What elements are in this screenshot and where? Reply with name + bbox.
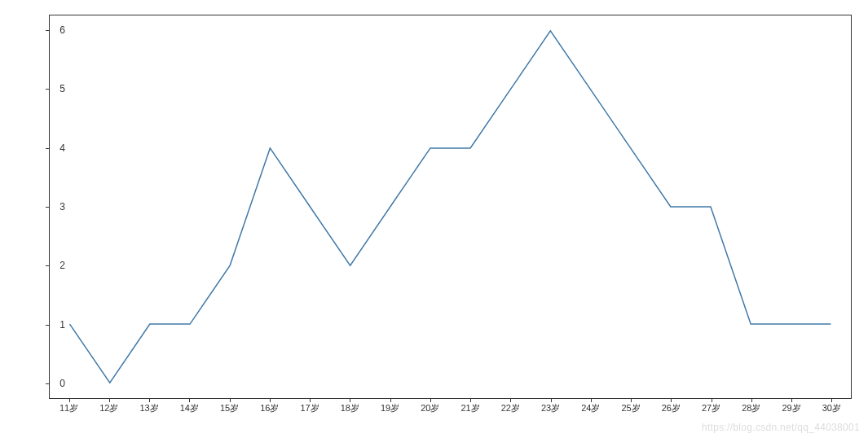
- y-tick-label: 1: [59, 319, 65, 331]
- x-tick-label: 23岁: [541, 402, 560, 414]
- x-tick-mark: [270, 399, 271, 402]
- y-tick-mark: [46, 325, 49, 326]
- x-tick-label: 27岁: [702, 402, 720, 414]
- x-tick-mark: [189, 399, 190, 402]
- x-tick-label: 13岁: [140, 402, 159, 414]
- x-tick-mark: [390, 399, 391, 402]
- x-tick-label: 19岁: [381, 402, 399, 414]
- x-tick-mark: [109, 399, 110, 402]
- x-tick-mark: [712, 399, 712, 402]
- x-tick-label: 22岁: [501, 402, 520, 414]
- x-tick-label: 20岁: [421, 402, 439, 414]
- x-tick-label: 15岁: [220, 402, 239, 414]
- x-tick-mark: [751, 399, 752, 402]
- x-tick-label: 25岁: [622, 402, 641, 414]
- y-tick-label: 5: [59, 83, 65, 94]
- y-tick-label: 0: [59, 378, 65, 389]
- x-tick-label: 21岁: [461, 402, 480, 414]
- x-tick-mark: [671, 399, 672, 402]
- x-tick-mark: [230, 399, 231, 402]
- x-tick-label: 16岁: [260, 402, 279, 414]
- x-tick-mark: [430, 399, 431, 402]
- x-tick-mark: [591, 399, 592, 402]
- y-tick-mark: [46, 30, 49, 31]
- x-tick-mark: [69, 399, 70, 402]
- y-tick-label: 4: [59, 142, 65, 154]
- x-tick-mark: [470, 399, 471, 402]
- plot-area: [49, 15, 852, 399]
- watermark-text: https://blog.csdn.net/qq_44038001: [702, 422, 860, 433]
- x-tick-label: 29岁: [782, 402, 801, 414]
- x-tick-mark: [791, 399, 792, 402]
- x-tick-label: 17岁: [301, 402, 319, 414]
- x-tick-label: 26岁: [662, 402, 681, 414]
- y-tick-label: 2: [59, 260, 65, 271]
- y-tick-label: 3: [59, 201, 65, 212]
- x-tick-mark: [510, 399, 511, 402]
- x-tick-label: 24岁: [581, 402, 600, 414]
- x-tick-mark: [631, 399, 632, 402]
- y-tick-label: 6: [59, 24, 65, 36]
- y-tick-mark: [46, 89, 49, 90]
- x-tick-label: 14岁: [180, 402, 199, 414]
- x-tick-label: 30岁: [822, 402, 841, 414]
- x-tick-label: 18岁: [341, 402, 359, 414]
- y-tick-mark: [46, 148, 49, 149]
- x-tick-mark: [149, 399, 150, 402]
- x-tick-label: 11岁: [59, 402, 78, 414]
- line-series: [50, 15, 851, 398]
- y-tick-mark: [46, 383, 49, 384]
- chart-container: 0123456 11岁12岁13岁14岁15岁16岁17岁18岁19岁20岁21…: [29, 15, 852, 415]
- x-tick-mark: [310, 399, 311, 402]
- y-tick-mark: [46, 265, 49, 266]
- x-tick-label: 12岁: [99, 402, 118, 414]
- x-tick-mark: [350, 399, 350, 402]
- x-tick-mark: [551, 399, 552, 402]
- x-tick-label: 28岁: [742, 402, 760, 414]
- x-tick-mark: [831, 399, 832, 402]
- y-tick-mark: [46, 207, 49, 208]
